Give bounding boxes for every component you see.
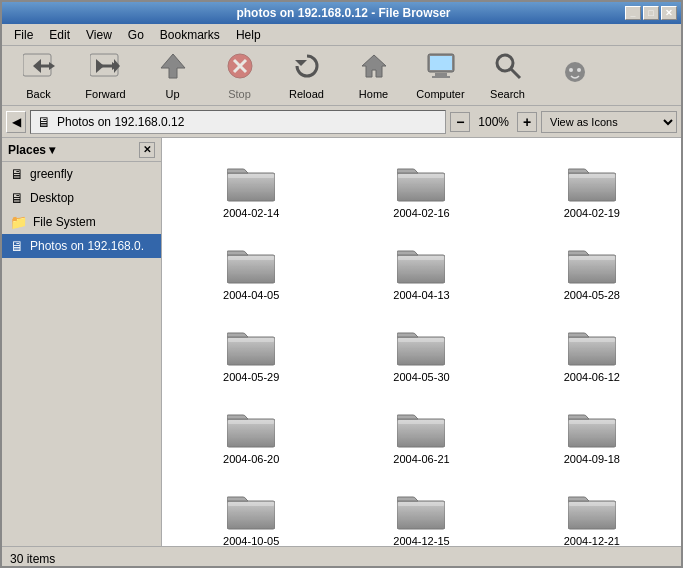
folder-item[interactable]: 2004-04-05 <box>170 236 332 310</box>
folder-item[interactable]: 2004-12-21 <box>511 482 673 546</box>
minimize-button[interactable]: _ <box>625 6 641 20</box>
close-button[interactable]: ✕ <box>661 6 677 20</box>
svg-rect-65 <box>398 420 444 424</box>
menu-bookmarks[interactable]: Bookmarks <box>152 26 228 44</box>
view-select[interactable]: View as Icons View as List View as Compa… <box>541 111 677 133</box>
stop-button[interactable]: Stop <box>207 50 272 102</box>
extra-button[interactable] <box>542 50 607 102</box>
forward-button[interactable]: Forward <box>73 50 138 102</box>
statusbar: 30 items <box>2 546 681 568</box>
folder-item[interactable]: 2004-02-16 <box>340 154 502 228</box>
folder-item[interactable]: 2004-05-29 <box>170 318 332 392</box>
home-button[interactable]: Home <box>341 50 406 102</box>
menu-edit[interactable]: Edit <box>41 26 78 44</box>
folder-name: 2004-06-12 <box>564 371 620 383</box>
stop-label: Stop <box>228 88 251 100</box>
stop-icon <box>226 52 254 86</box>
sidebar-item-greenfly-label: greenfly <box>30 167 73 181</box>
folder-name: 2004-05-30 <box>393 371 449 383</box>
svg-rect-57 <box>569 338 615 342</box>
search-button[interactable]: Search <box>475 50 540 102</box>
sidebar-item-filesystem[interactable]: 📁 File System <box>2 210 161 234</box>
folder-item[interactable]: 2004-06-12 <box>511 318 673 392</box>
reload-button[interactable]: Reload <box>274 50 339 102</box>
folder-item[interactable]: 2004-04-13 <box>340 236 502 310</box>
back-button[interactable]: Back <box>6 50 71 102</box>
svg-point-22 <box>569 68 573 72</box>
svg-marker-3 <box>49 62 55 70</box>
folder-name: 2004-02-19 <box>564 207 620 219</box>
svg-rect-45 <box>569 256 615 260</box>
svg-marker-13 <box>295 60 307 66</box>
menu-view[interactable]: View <box>78 26 120 44</box>
folder-name: 2004-06-21 <box>393 453 449 465</box>
addr-back-button[interactable]: ◀ <box>6 111 26 133</box>
up-button[interactable]: Up <box>140 50 205 102</box>
sidebar-title: Places ▾ <box>8 143 55 157</box>
folder-name: 2004-02-14 <box>223 207 279 219</box>
file-area[interactable]: 2004-02-14 2004-02-16 <box>162 138 681 546</box>
sidebar: Places ▾ ✕ 🖥 greenfly 🖥 Desktop 📁 File S… <box>2 138 162 546</box>
sidebar-item-desktop[interactable]: 🖥 Desktop <box>2 186 161 210</box>
greenfly-icon: 🖥 <box>10 166 24 182</box>
svg-rect-69 <box>569 420 615 424</box>
zoom-in-button[interactable]: + <box>517 112 537 132</box>
up-icon <box>159 52 187 86</box>
menu-file[interactable]: File <box>6 26 41 44</box>
filesystem-icon: 📁 <box>10 214 27 230</box>
sidebar-close-button[interactable]: ✕ <box>139 142 155 158</box>
svg-rect-33 <box>569 174 615 178</box>
folder-name: 2004-06-20 <box>223 453 279 465</box>
search-label: Search <box>490 88 525 100</box>
folder-item[interactable]: 2004-09-18 <box>511 400 673 474</box>
svg-rect-18 <box>432 76 450 78</box>
folder-item[interactable]: 2004-05-28 <box>511 236 673 310</box>
folder-item[interactable]: 2004-05-30 <box>340 318 502 392</box>
sidebar-item-filesystem-label: File System <box>33 215 96 229</box>
folder-item[interactable]: 2004-12-15 <box>340 482 502 546</box>
folder-item[interactable]: 2004-02-14 <box>170 154 332 228</box>
svg-rect-25 <box>228 174 274 178</box>
svg-rect-17 <box>435 73 447 76</box>
sidebar-item-greenfly[interactable]: 🖥 greenfly <box>2 162 161 186</box>
svg-rect-81 <box>569 502 615 506</box>
window-title: photos on 192.168.0.12 - File Browser <box>62 6 625 20</box>
forward-label: Forward <box>85 88 125 100</box>
folder-item[interactable]: 2004-02-19 <box>511 154 673 228</box>
location-box: 🖥 Photos on 192.168.0.12 <box>30 110 446 134</box>
up-label: Up <box>165 88 179 100</box>
back-label: Back <box>26 88 50 100</box>
status-text: 30 items <box>10 552 55 566</box>
location-text: Photos on 192.168.0.12 <box>57 115 184 129</box>
window-controls[interactable]: _ □ ✕ <box>625 6 681 20</box>
folder-item[interactable]: 2004-06-20 <box>170 400 332 474</box>
folder-item[interactable]: 2004-06-21 <box>340 400 502 474</box>
sidebar-item-photos-label: Photos on 192.168.0. <box>30 239 144 253</box>
folder-name: 2004-05-29 <box>223 371 279 383</box>
folder-name: 2004-10-05 <box>223 535 279 546</box>
zoom-level: 100% <box>474 115 513 129</box>
addressbar: ◀ 🖥 Photos on 192.168.0.12 − 100% + View… <box>2 106 681 138</box>
forward-icon <box>90 52 122 86</box>
sidebar-item-desktop-label: Desktop <box>30 191 74 205</box>
folder-name: 2004-12-15 <box>393 535 449 546</box>
location-icon: 🖥 <box>37 114 51 130</box>
computer-label: Computer <box>416 88 464 100</box>
sidebar-item-photos[interactable]: 🖥 Photos on 192.168.0. <box>2 234 161 258</box>
toolbar: Back Forward Up <box>2 46 681 106</box>
extra-icon <box>561 58 589 92</box>
menu-help[interactable]: Help <box>228 26 269 44</box>
folder-name: 2004-05-28 <box>564 289 620 301</box>
desktop-icon: 🖥 <box>10 190 24 206</box>
folder-item[interactable]: 2004-10-05 <box>170 482 332 546</box>
maximize-button[interactable]: □ <box>643 6 659 20</box>
sidebar-header: Places ▾ ✕ <box>2 138 161 162</box>
svg-point-23 <box>577 68 581 72</box>
zoom-out-button[interactable]: − <box>450 112 470 132</box>
zoom-controls: − 100% + View as Icons View as List View… <box>450 111 677 133</box>
home-icon <box>360 52 388 86</box>
svg-rect-49 <box>228 338 274 342</box>
search-icon <box>494 52 522 86</box>
computer-button[interactable]: Computer <box>408 50 473 102</box>
menu-go[interactable]: Go <box>120 26 152 44</box>
